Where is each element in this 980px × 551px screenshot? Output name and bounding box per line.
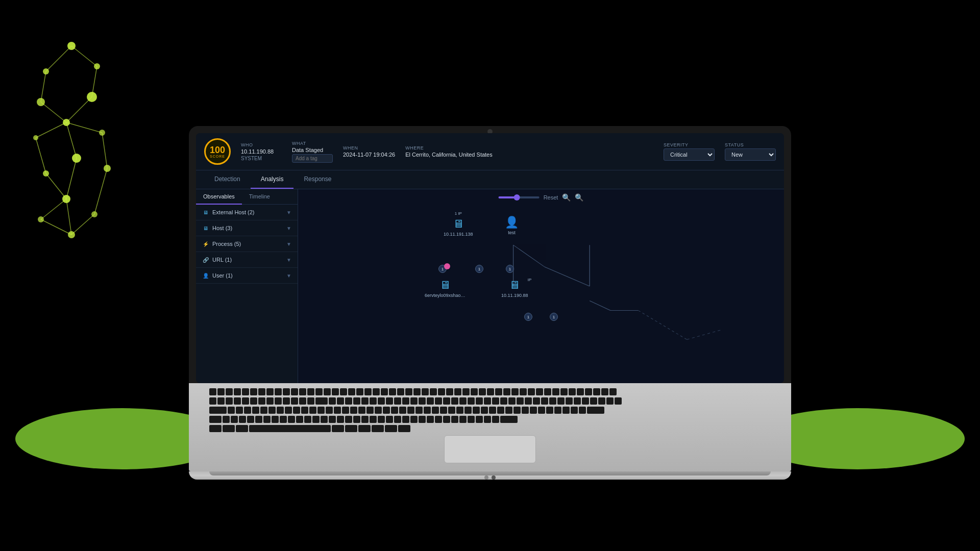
- key: [345, 397, 352, 405]
- key: [217, 388, 225, 395]
- svg-line-22: [36, 122, 66, 138]
- severity-field: Severity Critical High Medium Low: [664, 142, 715, 161]
- node-icon-wrapper: 🖥 IP: [509, 279, 520, 292]
- key: [391, 407, 398, 414]
- key: [448, 407, 455, 414]
- observable-host[interactable]: 🖥 Host (3) ▼: [196, 220, 298, 236]
- key: [378, 397, 385, 405]
- severity-select[interactable]: Critical High Medium Low: [664, 148, 715, 161]
- key: [348, 388, 355, 395]
- external-host-icon: 🖥: [202, 209, 209, 216]
- observable-external-host[interactable]: 🖥 External Host (2) ▼: [196, 205, 298, 220]
- key: [386, 397, 393, 405]
- status-field: Status New In Progress Closed: [725, 142, 776, 161]
- key: [299, 388, 306, 395]
- key: [366, 407, 374, 414]
- node-user1[interactable]: 👤 test: [505, 216, 519, 235]
- svg-line-17: [92, 66, 97, 97]
- key: [459, 416, 467, 423]
- observable-url[interactable]: 🔗 URL (1) ▼: [196, 252, 298, 268]
- key: [522, 407, 529, 414]
- url-icon: 🔗: [202, 256, 209, 263]
- main-content: Observables Timeline 🖥 External Host (2): [196, 189, 784, 383]
- key: [236, 425, 248, 432]
- key: [402, 397, 409, 405]
- key: [209, 425, 222, 432]
- key: [566, 397, 573, 405]
- zoom-out-button[interactable]: 🔍: [562, 193, 571, 202]
- key: [528, 388, 535, 395]
- tab-analysis[interactable]: Analysis: [251, 170, 294, 189]
- key: [481, 407, 488, 414]
- key: [503, 388, 510, 395]
- key: [301, 407, 308, 414]
- key: [487, 388, 494, 395]
- key: [520, 388, 527, 395]
- node-ip-side: IP: [528, 278, 532, 282]
- tab-detection[interactable]: Detection: [204, 170, 251, 189]
- sub-tab-timeline[interactable]: Timeline: [242, 189, 277, 204]
- tab-response[interactable]: Response: [293, 170, 341, 189]
- obs-left: ⚡ Process (5): [202, 240, 241, 247]
- key: [546, 407, 553, 414]
- process-label: Process (5): [212, 241, 241, 247]
- key: [361, 397, 369, 405]
- key: [557, 397, 565, 405]
- key: [430, 388, 437, 395]
- svg-line-31: [71, 214, 94, 235]
- status-label: Status: [725, 142, 776, 147]
- obs-left: 🖥 Host (3): [202, 224, 232, 232]
- observable-process[interactable]: ⚡ Process (5) ▼: [196, 236, 298, 252]
- status-select[interactable]: New In Progress Closed: [725, 148, 776, 161]
- score-circle: 100 SCORE: [204, 138, 231, 165]
- key: [288, 416, 295, 423]
- key: [304, 416, 311, 423]
- key: [370, 397, 377, 405]
- key: [209, 416, 222, 423]
- observable-user[interactable]: 👤 User (1) ▼: [196, 268, 298, 284]
- key: [538, 407, 545, 414]
- key: [332, 425, 344, 432]
- node-ip-above: 1 IP: [455, 211, 462, 216]
- sub-tab-observables[interactable]: Observables: [196, 189, 242, 205]
- key: [361, 416, 369, 423]
- key: [353, 416, 360, 423]
- chevron-down-icon: ▼: [286, 210, 291, 215]
- where-field: Where El Cerrito, California, United Sta…: [405, 145, 493, 158]
- key-row-5: [209, 425, 771, 432]
- laptop-bottom-bar: [209, 471, 771, 475]
- key: [260, 407, 267, 414]
- zoom-in-button[interactable]: 🔍: [575, 193, 583, 202]
- svg-line-20: [41, 102, 66, 122]
- node-host2[interactable]: 🖥 6ervteylo09xshaoocase0tu...: [425, 279, 465, 298]
- where-value: El Cerrito, California, United States: [405, 152, 493, 158]
- key: [356, 388, 363, 395]
- node-host3[interactable]: 🖥 IP 10.11.190.88: [501, 279, 528, 298]
- key: [383, 407, 390, 414]
- reset-button[interactable]: Reset: [544, 194, 558, 201]
- keyboard-area: [189, 383, 791, 471]
- chevron-down-icon: ▼: [286, 241, 291, 247]
- key: [342, 407, 349, 414]
- key: [402, 416, 409, 423]
- obs-left: 🖥 External Host (2): [202, 209, 255, 216]
- key: [484, 416, 491, 423]
- key: [275, 388, 282, 395]
- key: [337, 397, 344, 405]
- key: [285, 407, 292, 414]
- key: [497, 407, 504, 414]
- key: [239, 416, 246, 423]
- node-host1[interactable]: 🖥 1 IP 10.11.191.138: [444, 217, 473, 237]
- key: [234, 397, 241, 405]
- key: [582, 397, 589, 405]
- key: [255, 416, 262, 423]
- key: [315, 388, 323, 395]
- tag-input[interactable]: [292, 154, 333, 163]
- key: [283, 397, 290, 405]
- zoom-slider[interactable]: [499, 196, 540, 198]
- key: [427, 416, 434, 423]
- key: [525, 397, 532, 405]
- trackpad[interactable]: [444, 435, 536, 463]
- graph-toolbar: Reset 🔍 🔍: [499, 193, 584, 202]
- key-row-4: [209, 416, 771, 423]
